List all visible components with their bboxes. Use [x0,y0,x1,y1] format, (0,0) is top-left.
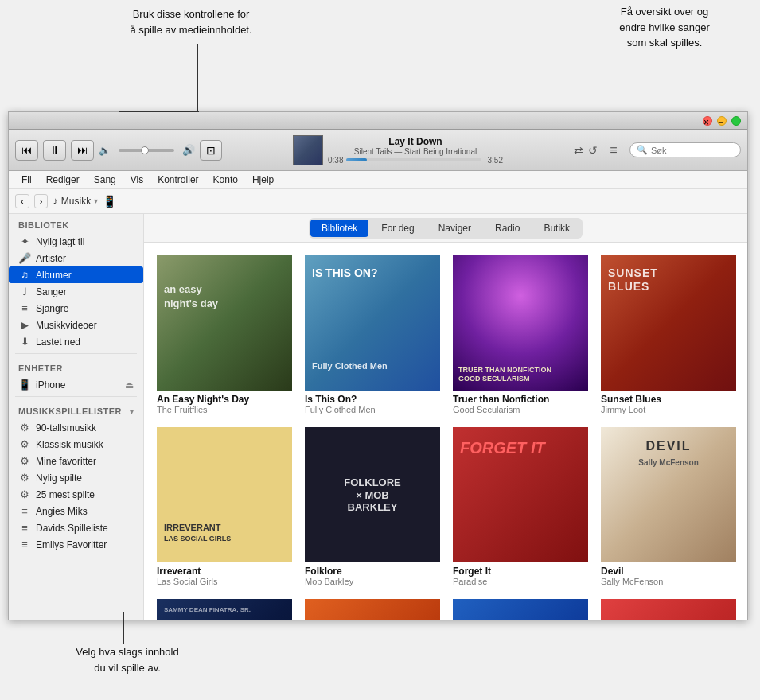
album-name-4: Sunset Blues [601,394,736,405]
sidebar-item-musikkvideoer[interactable]: ▶ Musikkvideoer [9,317,143,333]
sidebar-label-artister: Artister [36,253,66,264]
sidebar-item-iphone[interactable]: 📱 iPhone ⏏ [9,376,143,393]
album-item-4[interactable]: SUNSETBLUES Sunset Blues Jimmy Loot [601,255,736,414]
album-item-7[interactable]: FORGET IT Forget It Paradise [453,427,588,586]
progress-fill [346,158,366,161]
volume-slider[interactable] [119,149,174,152]
menu-kontroller[interactable]: Kontroller [151,173,205,187]
angies-miks-icon: ≡ [18,505,31,517]
album-cover-8: DEVIL Sally McFenson [601,427,736,562]
prev-button[interactable]: ⏮ [15,140,38,161]
album-artist-1: The Fruitflies [157,405,292,414]
queue-button[interactable]: ≡ [602,140,625,161]
album-artist-8: Sally McFenson [601,577,736,586]
album-item-11[interactable] [453,599,588,620]
sidebar-divider-2 [15,396,137,397]
sidebar-item-sanger[interactable]: ♩ Sanger [9,283,143,300]
album-item-5[interactable]: IRREVERANTLAS SOCIAL GIRLS Irreverant La… [157,427,292,586]
album-cover-6: FOLKLORE× MOBBARKLEY [305,427,440,562]
menu-hjelp[interactable]: Hjelp [246,173,280,187]
sidebar-item-nylig-lagt-til[interactable]: ✦ Nylig lagt til [9,233,143,250]
davids-spilleliste-icon: ≡ [18,522,31,534]
album-item-3[interactable]: TRUER THAN NONFICTIONGOOD SECULARISM Tru… [453,255,588,414]
album-name-6: Folklore [305,566,440,577]
menu-konto[interactable]: Konto [207,173,244,187]
play-pause-button[interactable]: ⏸ [43,140,66,161]
sidebar-item-90-tallsmusikk[interactable]: ⚙ 90-tallsmusikk [9,419,143,436]
callout-line-2 [672,56,672,111]
tab-radio[interactable]: Radio [484,220,531,237]
album-item-12[interactable] [601,599,736,620]
sidebar-item-klassisk-musikk[interactable]: ⚙ Klassisk musikk [9,436,143,453]
album-name-3: Truer than Nonfiction [453,394,588,405]
album-item-6[interactable]: FOLKLORE× MOBBARKLEY Folklore Mob Barkle… [305,427,440,586]
devices-section-title: Enheter [9,357,143,376]
sidebar-label-musikkvideoer: Musikkvideoer [36,320,97,331]
shuffle-button[interactable]: ⇄ [574,144,583,157]
tab-butikk[interactable]: Butikk [532,220,581,237]
source-selector[interactable]: ♪ Musikk ▾ [53,195,98,207]
nylig-spilte-icon: ⚙ [18,472,31,484]
repeat-button[interactable]: ↺ [588,144,598,157]
library-section-title: Bibliotek [9,214,143,233]
title-bar: × − [9,112,747,130]
lastet-ned-icon: ⬇ [18,336,31,348]
sidebar-item-emilys-favoritter[interactable]: ≡ Emilys Favoritter [9,536,143,553]
album-cover-11 [453,599,588,620]
menu-vis[interactable]: Vis [124,173,150,187]
callout-line-1 [197,44,198,111]
np-info: Lay It Down Silent Tails — Start Being I… [328,136,503,165]
forward-button[interactable]: › [34,194,49,208]
sidebar-item-lastet-ned[interactable]: ⬇ Lastet ned [9,333,143,350]
eject-button[interactable]: ⏏ [125,379,134,391]
back-button[interactable]: ‹ [15,194,29,208]
next-button[interactable]: ⏭ [71,140,94,161]
now-playing-area: Lay It Down Silent Tails — Start Being I… [227,135,569,165]
sidebar-label-albumer: Albumer [36,270,72,281]
menu-sang[interactable]: Sang [88,173,123,187]
album-name-1: An Easy Night's Day [157,394,292,405]
track-title: Lay It Down [388,136,442,147]
tab-bar: Bibliotek For deg Naviger Radio Butikk [144,214,747,243]
np-center: Lay It Down Silent Tails — Start Being I… [293,135,503,165]
menu-fil[interactable]: Fil [15,173,38,187]
menu-rediger[interactable]: Rediger [40,173,86,187]
album-item-8[interactable]: DEVIL Sally McFenson Devil Sally McFenso… [601,427,736,586]
sidebar-item-artister[interactable]: 🎤 Artister [9,250,143,266]
album-artist-3: Good Secularism [453,405,588,414]
sidebar-item-nylig-spilte[interactable]: ⚙ Nylig spilte [9,469,143,486]
sidebar-item-sjangre[interactable]: ≡ Sjangre [9,300,143,317]
sidebar-label-nylig-lagt-til: Nylig lagt til [36,236,84,247]
sidebar-item-25-mest-spilte[interactable]: ⚙ 25 mest spilte [9,486,143,503]
nylig-lagt-til-icon: ✦ [18,235,31,247]
maximize-button[interactable] [731,116,741,126]
album-item-2[interactable]: IS THIS ON? Fully Clothed Men Is This On… [305,255,440,414]
album-item-9[interactable]: HOLIDAYSTANDARDS SAMMY DEAN FINATRA, SR.… [157,599,292,620]
close-button[interactable]: × [703,116,712,126]
playlists-arrow: ▾ [130,407,134,416]
playlists-section-header[interactable]: Musikkspillelister ▾ [9,400,143,419]
time-remaining: -3:52 [485,156,503,165]
sidebar-item-davids-spilleliste[interactable]: ≡ Davids Spilleliste [9,519,143,536]
sidebar-item-angies-miks[interactable]: ≡ Angies Miks [9,503,143,519]
album-cover-10: FELT LIKEYESTERDAYscallwed slate [305,599,440,620]
tab-for-deg[interactable]: For deg [370,220,425,237]
musikkvideoer-icon: ▶ [18,319,31,331]
minimize-button[interactable]: − [717,116,727,126]
album-artist-6: Mob Barkley [305,577,440,586]
search-input[interactable] [651,146,731,155]
progress-bar[interactable] [346,158,481,161]
album-name-8: Devil [601,566,736,577]
sidebar-item-albumer[interactable]: ♫ Albumer [9,266,143,283]
album-item-1[interactable]: an easynight's day An Easy Night's Day T… [157,255,292,414]
album-item-10[interactable]: FELT LIKEYESTERDAYscallwed slate Felt Li… [305,599,440,620]
sjangre-icon: ≡ [18,302,31,314]
artister-icon: 🎤 [18,252,31,264]
sidebar-item-mine-favoritter[interactable]: ⚙ Mine favoritter [9,453,143,469]
tab-bibliotek[interactable]: Bibliotek [310,220,368,237]
sidebar-label-25-mest-spilte: 25 mest spilte [36,489,95,500]
90-tallsmusikk-icon: ⚙ [18,422,31,434]
album-name-7: Forget It [453,566,588,577]
tab-naviger[interactable]: Naviger [427,220,482,237]
airplay-button[interactable]: ⊡ [200,140,222,161]
